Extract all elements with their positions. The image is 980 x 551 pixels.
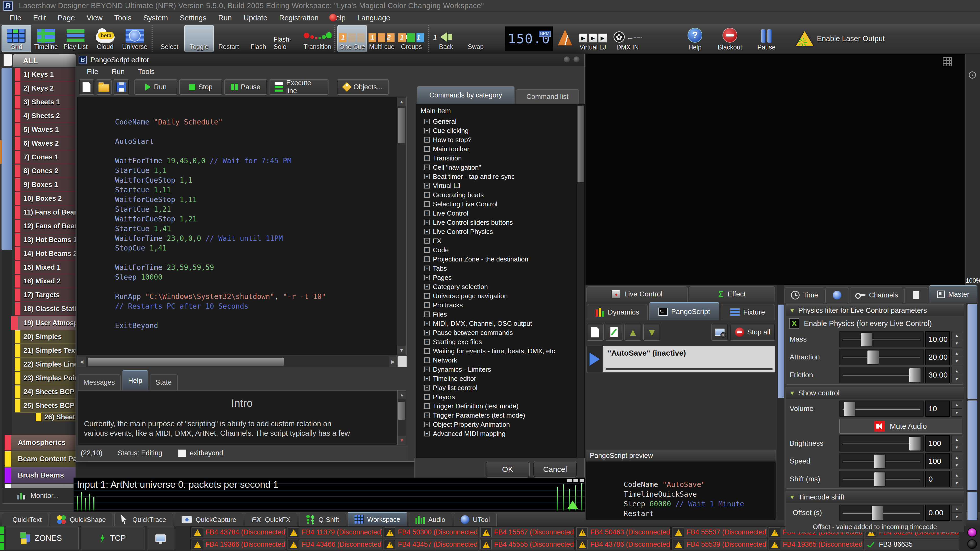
page-list-item[interactable]: 17) Targets [15,288,76,302]
metronome-icon[interactable] [558,30,572,45]
code-vertical-scrollbar[interactable]: ▲ ▼ [397,97,406,354]
tree-item[interactable]: + Universe page navigation [421,291,584,300]
parameter-value[interactable]: 10.00 [925,331,950,348]
page-list-item[interactable]: 23) Simples Point [15,372,76,385]
help-scroll-up-icon[interactable]: ▲ [398,391,406,399]
device-cell[interactable]: FB4 50300 (Disconnected) [383,527,478,538]
editor-close-button[interactable] [573,56,580,63]
expand-plus-icon[interactable]: + [424,238,430,244]
spin-down-icon[interactable]: ▼ [952,461,962,469]
tree-item[interactable]: + FX [421,236,584,245]
expand-plus-icon[interactable]: + [424,413,430,418]
tree-item[interactable]: + Selecting Live Control [421,200,584,209]
master-scrollbar[interactable] [967,304,978,521]
device-cell[interactable]: FB4 43784 (Disconnected) [190,527,286,538]
tree-item[interactable]: + Advanced MIDI mapping [421,429,584,438]
page-list-item[interactable]: 18) Classic Statics [15,302,76,316]
script-monitor-button[interactable] [711,324,728,340]
bottom-tab[interactable]: Audio [409,513,452,526]
pause-script-button[interactable]: Pause [224,79,267,94]
slider-thumb[interactable] [867,350,879,365]
scroll-up-arrow-icon[interactable]: ▲ [397,97,406,106]
spin-down-icon[interactable]: ▼ [952,443,962,451]
target-circle-icon[interactable] [969,71,976,79]
tab-live-control[interactable]: Live Control [587,286,687,302]
all-tab[interactable]: ALL [13,54,76,67]
menu-item[interactable]: Run [212,14,238,22]
tree-item[interactable]: + Trigger Parameters (test mode) [421,411,584,420]
expand-plus-icon[interactable]: + [424,210,430,216]
cancel-button[interactable]: Cancel [533,462,577,477]
bottom-tab[interactable]: Q-Shift [299,513,346,526]
slider-thumb[interactable] [909,368,921,383]
toolbar-button[interactable]: Groups [396,25,426,52]
device-cell[interactable]: FB4 19365 (Disconnected) [768,539,863,550]
expand-plus-icon[interactable]: + [424,367,430,372]
spin-down-icon[interactable]: ▼ [952,479,962,487]
laser-preview-area[interactable] [585,54,966,285]
page-list-item[interactable]: 12) Fans of Beam.. [15,219,76,233]
volume-slider[interactable] [839,400,924,417]
expand-plus-icon[interactable]: + [424,165,430,170]
slider-thumb[interactable] [872,506,883,520]
parameter-slider[interactable] [839,331,924,348]
code-horizontal-scrollbar[interactable]: ◀ ▶ [77,356,398,367]
page-list-item[interactable]: 25) Sheets BCP 2 [15,399,76,413]
page-list-item[interactable]: 13) Hot Beams 1 [15,233,76,247]
save-script-button[interactable] [114,79,129,94]
tree-item[interactable]: + Cue clicking [421,126,584,135]
page-list-item[interactable]: 1) Keys 1 [15,68,76,82]
live-panel-scroll-thumb[interactable] [778,305,784,398]
tree-item[interactable]: + Pages [421,273,584,282]
tab-command-list[interactable]: Command list [516,89,579,104]
device-cell[interactable]: FB4 45555 (Disconnected) [479,539,574,550]
page-list-item[interactable]: 10) Boxes 2 [15,192,76,206]
expand-plus-icon[interactable]: + [424,302,430,308]
virtual-lj-button[interactable]: ▶▶▶ Virtual LJ [579,25,607,52]
menu-item[interactable]: System [138,14,174,22]
expand-plus-icon[interactable]: + [424,265,430,271]
spin-down-icon[interactable]: ▼ [952,409,962,416]
toolbar-button[interactable]: Flash [243,25,273,52]
editor-menu-item[interactable]: Tools [131,68,161,76]
menu-item[interactable]: Help [325,14,352,22]
tree-item[interactable]: + Trigger Definition (test mode) [421,402,584,411]
tree-item[interactable]: + Cell "navigation" [421,163,584,172]
toolbar-button[interactable]: Timeline [31,25,61,52]
menu-item[interactable]: Registration [273,14,325,22]
live-panel-scrollbar[interactable] [777,304,784,520]
bottom-tab[interactable]: QuickTrace [115,513,173,526]
toolbar-button[interactable]: Flash-Solo [273,25,303,52]
tab-effect[interactable]: Σ Effect [689,286,775,302]
tab-state[interactable]: State [150,375,178,390]
parameter-spinner[interactable]: ▲▼ [951,367,962,383]
expand-plus-icon[interactable]: + [424,229,430,234]
page-list-item[interactable]: 16) Mixed 2 [15,275,76,288]
objects-button[interactable]: Objects... [337,79,388,94]
offset-value[interactable]: 0.00 [925,505,950,521]
toolbar-button[interactable]: Toggle [184,25,214,52]
spin-up-icon[interactable]: ▲ [952,471,962,479]
bottom-tab[interactable]: QuickShape [50,513,113,526]
device-cell[interactable]: FB4 50463 (Disconnected) [575,527,671,538]
tree-item[interactable]: + Category selection [421,282,584,291]
tree-item[interactable]: + ProTracks [421,300,584,310]
page-list-item[interactable]: 6) Waves 2 [15,137,76,151]
tree-scrollbar[interactable] [577,105,584,459]
code-hscroll-thumb[interactable] [88,357,284,366]
commands-tree[interactable]: Main Item + General + Cue clicking + How… [416,104,585,459]
tab-master[interactable]: Master [929,285,977,303]
editor-title-bar[interactable]: B PangoScript editor [76,54,584,66]
spin-up-icon[interactable]: ▲ [952,349,962,357]
device-cell[interactable]: FB4 43466 (Disconnected) [286,539,382,550]
tab-help[interactable]: Help [122,370,148,390]
expand-plus-icon[interactable]: + [424,376,430,381]
bottom-tab[interactable]: QuickFX [245,513,298,526]
spin-up-icon[interactable]: ▲ [952,435,962,443]
expand-plus-icon[interactable]: + [424,220,430,225]
tree-item[interactable]: + Files [421,310,584,319]
dmx-in-button[interactable]: ←┄┄ DMX IN [614,25,641,52]
page-list-item[interactable]: 22) Simples Lined.. [15,358,76,372]
parameter-value[interactable]: 100 [925,453,950,469]
bpm-display[interactable]: 150.0 BPM [505,26,553,52]
